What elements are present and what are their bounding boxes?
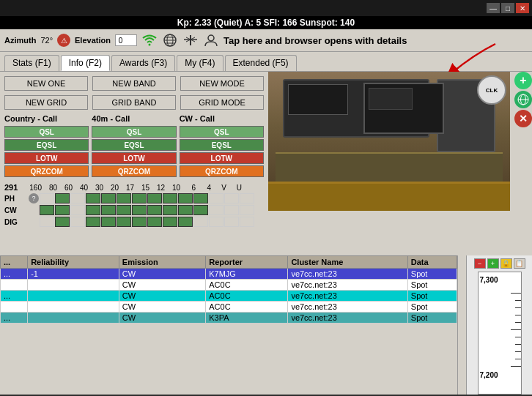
cw-6 — [193, 205, 208, 215]
table-row[interactable]: CWAC0Cve7cc.net:23Spot — [1, 280, 457, 291]
titlebar: — □ ✕ — [0, 0, 532, 16]
tab-my[interactable]: My (F4) — [177, 55, 223, 71]
country-qsl: QSL — [4, 126, 89, 138]
tab-extended[interactable]: Extended (F5) — [225, 55, 297, 71]
tap-hint[interactable]: Tap here and browser opens with details — [223, 35, 407, 46]
new-one-button[interactable]: NEW ONE — [4, 76, 88, 91]
cw-call-header: CW - Call — [180, 114, 264, 123]
grid-band-button[interactable]: GRID BAND — [92, 95, 176, 110]
scrollbar[interactable] — [457, 255, 466, 395]
elevation-input[interactable] — [115, 34, 137, 46]
band-v: V — [212, 184, 226, 192]
new-grid-button[interactable]: NEW GRID — [4, 95, 88, 110]
svg-point-9 — [208, 35, 214, 41]
freq-plus-button[interactable]: + — [487, 258, 499, 269]
col-reporter: Reporter — [206, 256, 288, 269]
freq-toolbar: − + 🔒 📋 — [471, 255, 528, 272]
close-button[interactable]: ✕ — [516, 3, 529, 13]
azimuth-label: Azimuth — [4, 36, 36, 45]
dig-80 — [55, 217, 70, 227]
col-cluster: Cluster Name — [288, 256, 407, 269]
dig-u — [240, 217, 254, 227]
band-4: 4 — [196, 184, 211, 192]
dig-60 — [70, 217, 85, 227]
tab-info[interactable]: Info (F2) — [61, 55, 110, 71]
table-row[interactable]: ...CWAC0Cve7cc.net:23Spot — [1, 291, 457, 302]
cw-17 — [132, 205, 147, 215]
table-row[interactable]: ...-1CWK7MJGve7cc.net:23Spot — [1, 269, 457, 280]
antenna-icon[interactable] — [182, 32, 199, 48]
globe-button[interactable] — [514, 91, 532, 108]
ph-30 — [101, 193, 116, 203]
ph-help-icon[interactable]: ? — [29, 193, 39, 203]
band-60: 60 — [58, 184, 73, 192]
toolbar: Azimuth 72° ⚠ Elevation — [0, 29, 532, 52]
tab-stats[interactable]: Stats (F1) — [4, 55, 59, 71]
band-15: 15 — [135, 184, 149, 192]
status-text: Kp: 2.33 (Quiet) A: 5 SFI: 166 Sunspot: … — [177, 18, 355, 28]
cw-12 — [163, 205, 177, 215]
panel-close-button[interactable]: ✕ — [514, 110, 532, 127]
cw-u — [240, 205, 254, 215]
frequency-scale: 7,300 7,200 — [478, 272, 522, 395]
elevation-spinner[interactable] — [115, 34, 137, 46]
bottom-section: ... Reliability Emission Reporter Cluste… — [0, 255, 532, 395]
band-qsl: QSL — [92, 126, 176, 138]
new-band-button[interactable]: NEW BAND — [92, 76, 176, 91]
ph-10 — [178, 193, 193, 203]
band-10: 10 — [166, 184, 180, 192]
tab-awards[interactable]: Awards (F3) — [111, 55, 175, 71]
side-buttons: + ✕ — [514, 72, 532, 127]
cw-10 — [178, 205, 193, 215]
table-row[interactable]: ...CWK3PAve7cc.net:23Spot — [1, 313, 457, 324]
cluster-table: ... Reliability Emission Reporter Cluste… — [0, 255, 457, 324]
cw-40 — [86, 205, 100, 215]
ph-15 — [147, 193, 162, 203]
ph-160 — [40, 193, 54, 203]
ph-v — [224, 193, 239, 203]
cw-15 — [147, 205, 162, 215]
minimize-button[interactable]: — — [487, 3, 500, 13]
add-button[interactable]: + — [514, 72, 532, 89]
ph-40 — [86, 193, 100, 203]
country-call-col: Country - Call QSL EQSL LOTW QRZCOM — [4, 114, 89, 177]
dig-6 — [193, 217, 208, 227]
country-qrz: QRZCOM — [4, 165, 89, 177]
grid-mode-button[interactable]: GRID MODE — [180, 95, 264, 110]
country-call-header: Country - Call — [4, 114, 89, 123]
freq-log-button[interactable]: 📋 — [514, 258, 525, 269]
cw-v — [224, 205, 239, 215]
cw-30 — [101, 205, 116, 215]
band-160: 160 — [27, 184, 42, 192]
new-mode-button[interactable]: NEW MODE — [180, 76, 264, 91]
status-bar[interactable]: Kp: 2.33 (Quiet) A: 5 SFI: 166 Sunspot: … — [0, 16, 532, 29]
freq-low-label: 7,200 — [480, 371, 498, 379]
user-icon[interactable] — [203, 32, 219, 48]
col-dots: ... — [1, 256, 28, 269]
maximize-button[interactable]: □ — [501, 3, 514, 13]
wifi-icon[interactable] — [141, 32, 158, 48]
frequency-panel: − + 🔒 📋 7,300 7,200 — [466, 255, 532, 395]
ph-12 — [163, 193, 177, 203]
col-reliability: Reliability — [28, 256, 119, 269]
freq-minus-button[interactable]: − — [474, 258, 486, 269]
freq-high-label: 7,300 — [480, 276, 498, 284]
ph-4 — [209, 193, 223, 203]
award-buttons-row1: NEW ONE NEW BAND NEW MODE — [4, 76, 264, 91]
band-header: 291 160 80 60 40 30 20 17 15 12 10 6 4 V… — [4, 183, 264, 192]
alert-icon: ⚠ — [57, 34, 70, 47]
country-eqsl: EQSL — [4, 139, 89, 151]
col-data: Data — [407, 256, 457, 269]
ph-80 — [55, 193, 70, 203]
band-20: 20 — [104, 184, 119, 192]
dig-160 — [40, 217, 54, 227]
dig-4 — [209, 217, 223, 227]
cw-label: CW — [4, 206, 26, 214]
cw-lotw: LOTW — [180, 152, 264, 164]
globe-icon[interactable] — [162, 32, 178, 48]
freq-lock-button[interactable]: 🔒 — [500, 258, 512, 269]
dig-20 — [117, 217, 131, 227]
ph-60 — [70, 193, 85, 203]
ph-17 — [132, 193, 147, 203]
table-row[interactable]: CWAC0Cve7cc.net:23Spot — [1, 302, 457, 313]
